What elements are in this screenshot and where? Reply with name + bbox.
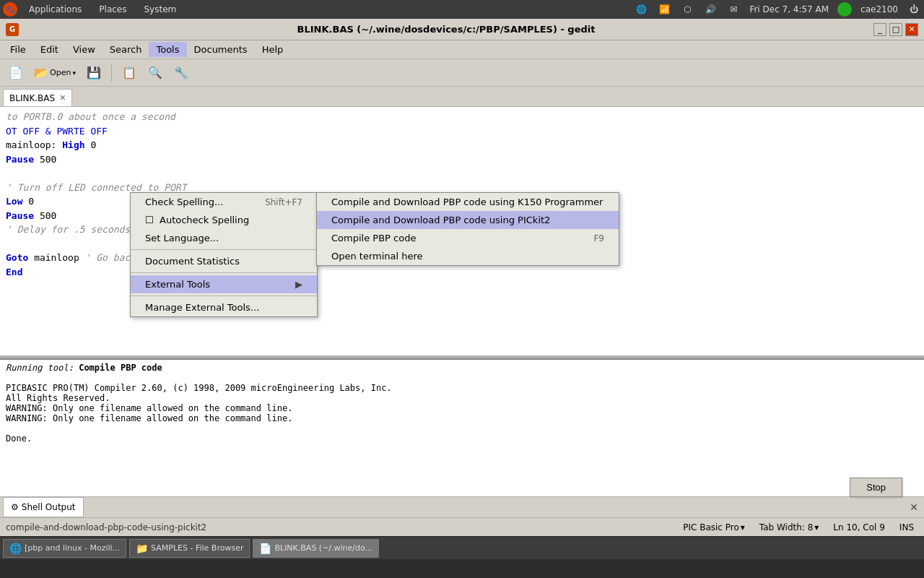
shell-panel-close-button[interactable]: ✕ <box>907 500 921 514</box>
editor-wrapper: to PORTB.0 about once a second OT OFF & … <box>0 107 924 355</box>
save-button[interactable]: 💾 <box>82 62 105 84</box>
code-line-3: mainloop: High 0 <box>6 138 918 152</box>
gnome-top-panel: 🐾 Applications Places System 🌐 📶 ⬡ 🔊 ✉ F… <box>0 0 924 19</box>
mode-label: INS <box>899 522 914 532</box>
tools-dropdown-menu: Check Spelling... Shift+F7 ☐ Autocheck S… <box>130 192 318 317</box>
status-path: compile-and-download-pbp-code-using-pick… <box>6 522 670 532</box>
position-label: Ln 10, Col 9 <box>833 522 885 532</box>
shell-output-line-2: All Rights Reserved. <box>6 393 918 403</box>
volume-icon[interactable]: 🔊 <box>703 2 718 17</box>
firefox-taskbar-label: [pbp and linux - Mozill... <box>25 543 120 553</box>
close-button[interactable]: ✕ <box>905 23 918 36</box>
document-statistics-menu-item[interactable]: Document Statistics <box>131 252 317 270</box>
autocheck-spelling-menu-item[interactable]: ☐ Autocheck Spelling <box>131 211 317 229</box>
shell-tab-icon: ⚙ <box>11 502 19 512</box>
gedit-taskbar-icon: 📄 <box>259 543 271 554</box>
shell-output-line-blank1 <box>6 373 918 383</box>
search-button[interactable]: 🔍 <box>144 62 167 84</box>
applications-menu[interactable]: Applications <box>23 3 87 16</box>
shell-output-line-1: PICBASIC PRO(TM) Compiler 2.60, (c) 1998… <box>6 383 918 393</box>
user-avatar <box>837 2 852 17</box>
shell-output-line-blank2 <box>6 423 918 434</box>
compile-pbp-menu-item[interactable]: Compile PBP code F9 <box>317 229 619 247</box>
minimize-button[interactable]: _ <box>873 23 886 36</box>
system-menu[interactable]: System <box>138 3 182 16</box>
tools-menu-item[interactable]: Tools <box>149 42 186 57</box>
taskbar-gedit[interactable]: 📄 BLINK.BAS (~/.wine/do... <box>253 539 379 558</box>
username: cae2100 <box>860 4 898 14</box>
external-tools-menu-item[interactable]: External Tools ▶ <box>131 275 317 293</box>
gnome-app-icon: 🐾 <box>3 2 17 17</box>
running-tool-line: Running tool: Compile PBP code <box>6 363 918 373</box>
firefox-taskbar-icon: 🌐 <box>9 543 22 554</box>
tab-width-selector[interactable]: Tab Width: 8 ▾ <box>755 521 824 534</box>
taskbar-file-browser[interactable]: 📁 SAMPLES - File Browser <box>129 539 250 558</box>
mail-icon[interactable]: ✉ <box>726 2 741 17</box>
code-line-2: OT OFF & PWRTE OFF <box>6 124 918 139</box>
documents-menu[interactable]: Documents <box>187 42 255 57</box>
taskbar: 🌐 [pbp and linux - Mozill... 📁 SAMPLES -… <box>0 536 924 559</box>
tab-width-dropdown-arrow: ▾ <box>814 522 819 532</box>
language-label: PIC Basic Pro <box>683 522 739 532</box>
search-menu[interactable]: Search <box>103 42 149 57</box>
statusbar: compile-and-download-pbp-code-using-pick… <box>0 517 924 536</box>
shell-output-content[interactable]: Running tool: Compile PBP code PICBASIC … <box>0 360 924 496</box>
shell-output-tab[interactable]: ⚙ Shell Output <box>3 497 84 517</box>
bluetooth-icon: ⬡ <box>680 2 694 17</box>
toolbar-separator-1 <box>111 64 112 82</box>
copy-button[interactable]: 📋 <box>118 62 141 84</box>
check-spelling-menu-item[interactable]: Check Spelling... Shift+F7 <box>131 193 317 211</box>
help-menu[interactable]: Help <box>255 42 291 57</box>
set-language-menu-item[interactable]: Set Language... <box>131 229 317 247</box>
insert-mode: INS <box>895 521 918 534</box>
network-icon: 📶 <box>657 2 671 17</box>
open-button[interactable]: 📂Open▾ <box>30 62 79 84</box>
gedit-taskbar-label: BLINK.BAS (~/.wine/do... <box>274 543 372 553</box>
filebrowser-taskbar-icon: 📁 <box>136 543 148 554</box>
file-menu[interactable]: File <box>3 42 33 57</box>
language-dropdown-arrow: ▾ <box>741 522 745 532</box>
manage-external-tools-menu-item[interactable]: Manage External Tools... <box>131 298 317 316</box>
stop-button[interactable]: Stop <box>850 478 902 497</box>
shell-output-line-3: WARNING: Only one filename allowed on th… <box>6 403 918 413</box>
code-line-blank1 <box>6 166 918 181</box>
gedit-menubar: File Edit View Search Tools Documents He… <box>0 40 924 59</box>
code-line-1: to PORTB.0 about once a second <box>6 110 918 124</box>
tab-bar: BLINK.BAS ✕ <box>0 87 924 107</box>
tab-width-label: Tab Width: 8 <box>759 522 813 532</box>
menu-separator-1 <box>131 249 317 250</box>
menu-separator-3 <box>131 296 317 296</box>
maximize-button[interactable]: □ <box>889 23 902 36</box>
shell-tabs: ⚙ Shell Output ✕ <box>0 496 924 517</box>
toolbar: 📄 📂Open▾ 💾 📋 🔍 🔧 <box>0 59 924 87</box>
shell-panel: Running tool: Compile PBP code PICBASIC … <box>0 358 924 517</box>
open-terminal-menu-item[interactable]: Open terminal here <box>317 247 619 265</box>
firefox-icon[interactable]: 🌐 <box>634 2 648 17</box>
window-title: BLINK.BAS (~/.wine/dosdevices/c:/PBP/SAM… <box>19 24 873 35</box>
external-tools-submenu: Compile and Download PBP code using K150… <box>316 192 619 266</box>
shell-output-done: Done. <box>6 434 918 444</box>
shell-output-line-4: WARNING: Only one filename allowed on th… <box>6 413 918 423</box>
tab-blink-bas[interactable]: BLINK.BAS ✕ <box>3 89 72 106</box>
edit-menu[interactable]: Edit <box>33 42 66 57</box>
gedit-icon: G <box>6 23 19 36</box>
tab-label: BLINK.BAS <box>9 93 55 103</box>
language-selector[interactable]: PIC Basic Pro ▾ <box>679 521 749 534</box>
menu-separator-2 <box>131 272 317 273</box>
view-menu[interactable]: View <box>66 42 103 57</box>
taskbar-firefox[interactable]: 🌐 [pbp and linux - Mozill... <box>3 539 126 558</box>
replace-button[interactable]: 🔧 <box>170 62 193 84</box>
datetime: Fri Dec 7, 4:57 AM <box>749 4 829 14</box>
compile-pickit2-menu-item[interactable]: Compile and Download PBP code using PICk… <box>317 211 619 229</box>
code-line-4: Pause 500 <box>6 152 918 167</box>
new-button[interactable]: 📄 <box>4 62 27 84</box>
shell-tab-label: Shell Output <box>22 502 76 512</box>
cursor-position: Ln 10, Col 9 <box>829 521 889 534</box>
shutdown-icon[interactable]: ⏻ <box>907 2 921 17</box>
compile-k150-menu-item[interactable]: Compile and Download PBP code using K150… <box>317 193 619 211</box>
titlebar: G BLINK.BAS (~/.wine/dosdevices/c:/PBP/S… <box>0 19 924 40</box>
places-menu[interactable]: Places <box>93 3 132 16</box>
tab-close-button[interactable]: ✕ <box>59 93 66 103</box>
filebrowser-taskbar-label: SAMPLES - File Browser <box>151 543 243 553</box>
